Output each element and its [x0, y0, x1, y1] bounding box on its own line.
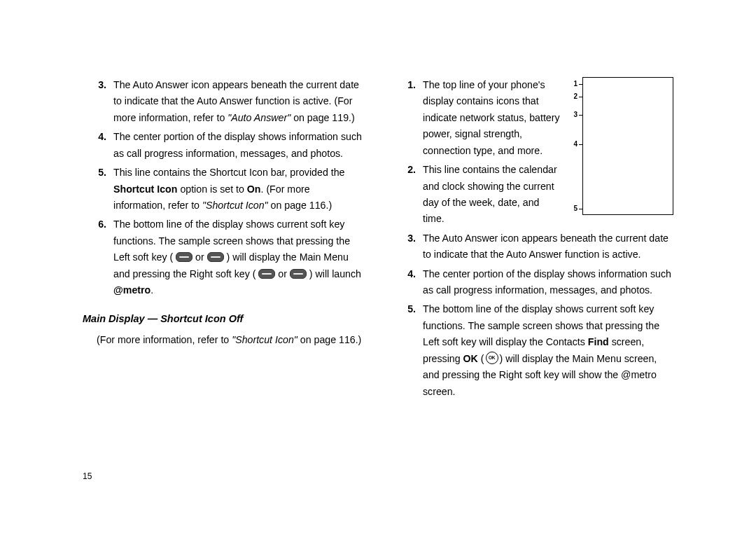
callout-5: 5 [573, 203, 582, 215]
callout-1: 1 [573, 78, 582, 90]
list-number: 2. [392, 162, 423, 228]
softkey-icon [258, 269, 275, 279]
list-number: 6. [83, 216, 113, 298]
list-item: 3. The Auto Answer icon appears beneath … [83, 77, 364, 126]
list-item: 4. The center portion of the display sho… [83, 129, 364, 162]
softkey-icon [290, 269, 307, 279]
list-body: The top line of your phone's display con… [423, 77, 563, 159]
list-number: 4. [83, 129, 113, 162]
list-body: The bottom line of the display shows cur… [423, 301, 673, 400]
list-item: 5. The bottom line of the display shows … [392, 301, 673, 400]
display-outline [582, 77, 673, 215]
softkey-icon [176, 252, 192, 262]
list-number: 1. [392, 77, 423, 159]
section-heading: Main Display — Shortcut Icon Off [83, 311, 364, 328]
list-item: 6. The bottom line of the display shows … [83, 216, 364, 298]
list-item: 4. The center portion of the display sho… [392, 266, 673, 299]
list-body: This line contains the calendar and cloc… [423, 162, 563, 228]
figure-callouts: 1 2 3 4 5 [570, 77, 582, 215]
right-column: 1 2 3 4 5 1. The top line of your phone'… [392, 77, 673, 403]
page-content: 3. The Auto Answer icon appears beneath … [83, 77, 673, 403]
list-body: The Auto Answer icon appears beneath the… [423, 230, 673, 263]
list-body: This line contains the Shortcut Icon bar… [113, 165, 364, 214]
ok-icon [486, 352, 498, 364]
callout-3: 3 [573, 109, 582, 121]
callout-2: 2 [573, 91, 582, 103]
display-figure: 1 2 3 4 5 [570, 77, 673, 215]
list-number: 3. [392, 230, 423, 263]
list-body: The bottom line of the display shows cur… [113, 216, 364, 298]
list-item: 2. This line contains the calendar and c… [392, 162, 563, 228]
list-number: 5. [83, 165, 113, 214]
section-note: (For more information, refer to "Shortcu… [97, 332, 364, 348]
list-item: 3. The Auto Answer icon appears beneath … [392, 230, 673, 263]
list-number: 3. [83, 77, 113, 126]
list-number: 5. [392, 301, 423, 400]
list-item: 5. This line contains the Shortcut Icon … [83, 165, 364, 214]
left-column: 3. The Auto Answer icon appears beneath … [83, 77, 364, 403]
callout-4: 4 [573, 139, 582, 151]
softkey-icon [207, 252, 224, 262]
list-body: The center portion of the display shows … [423, 266, 673, 299]
list-number: 4. [392, 266, 423, 299]
list-body: The Auto Answer icon appears beneath the… [113, 77, 364, 126]
list-body: The center portion of the display shows … [113, 129, 364, 162]
list-item: 1. The top line of your phone's display … [392, 77, 563, 159]
page-number: 15 [83, 470, 92, 484]
